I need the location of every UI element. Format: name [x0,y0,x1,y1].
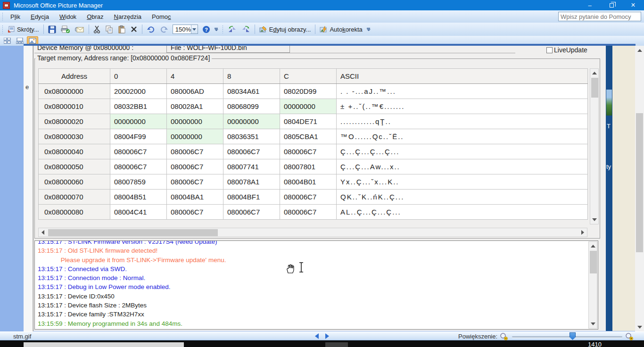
address-cell: 0x08000050 [39,159,110,174]
copy-icon [105,25,113,33]
scrollbar-thumb [591,78,598,98]
desktop-window-fragment [24,342,184,347]
hex-cell: 0805CBA1 [280,129,337,144]
zoom-level-combo[interactable]: 150% [173,25,198,34]
hex-cell: 08007741 [223,159,280,174]
toolbar-overflow-button[interactable] [367,28,371,31]
scrollbar-thumb[interactable] [636,113,643,252]
print-button[interactable] [58,25,73,34]
cut-scissors-icon [93,25,100,33]
ascii-cell: Ç...Ç...Ç...Ç... [337,144,588,159]
shortcuts-button[interactable]: Skróty... [5,25,41,34]
zoom-in-icon[interactable] [625,332,634,340]
hex-cell: 08004BF1 [223,190,280,205]
window-title: Microsoft Office Picture Manager [14,2,103,9]
delete-button[interactable] [128,25,140,34]
menu-narzedzia[interactable]: Narzędzia [109,12,147,22]
hex-cell: 080006C7 [110,159,167,174]
app-icon [3,2,10,9]
hex-cell: 00000000 [223,114,280,129]
menu-pomoc[interactable]: Pomoc [147,12,176,22]
clock-fragment: 1410 [588,341,602,347]
help-question-input[interactable] [559,12,644,21]
menu-widok[interactable]: Widok [54,12,82,22]
ascii-cell: ™O......Qc..ˇË.. [337,129,588,144]
hex-cell: 00000000 [167,114,223,129]
menu-plik[interactable]: Plik [5,12,25,22]
ascii-cell: ............qŢ.. [337,114,588,129]
scroll-down-icon [591,322,595,325]
send-mail-button[interactable] [73,25,87,34]
undo-button[interactable] [144,25,157,34]
picture-canvas[interactable]: Device Memory @ 0x08000000 : File : WOLF… [33,46,606,331]
table-row: 0x0800006008007859080006C7080078A108004B… [39,174,588,190]
zoom-dropdown-button[interactable] [191,25,198,33]
minimize-button[interactable]: – [579,0,601,10]
mail-attach-icon [75,25,84,33]
menu-edycja[interactable]: Edycja [25,12,54,22]
table-row: 0x0800007008004B5108004BA108004BF1080006… [39,190,588,205]
scroll-up-icon [592,72,597,74]
help-question-box[interactable] [558,12,641,21]
paste-button[interactable] [116,25,128,34]
svg-text:?: ? [205,26,208,32]
log-line: 13:15:17 : Connected via SWD. [38,264,226,273]
restore-button[interactable] [601,0,622,10]
picture-desktop-bg [612,46,635,331]
rotate-left-icon [228,25,237,33]
scroll-right-icon [581,230,584,235]
previous-picture-button[interactable] [315,333,319,339]
filmstrip-view-icon [16,38,24,44]
hex-cell: 08004C41 [110,205,167,220]
toolbar-overflow-button[interactable] [215,28,218,31]
desktop-strip: 1410 [0,340,644,347]
autocorrect-button[interactable]: Autokorekta [317,25,364,34]
rotate-right-button[interactable] [239,25,253,34]
hex-cell: 080006C7 [280,205,337,220]
ascii-cell: Yx..Ç...ˇx...K.. [337,174,588,190]
hex-cell: 080006C7 [223,144,280,159]
thumbnails-view-button[interactable] [1,36,13,45]
log-line: 13:15:17 : ST-LINK Firmware version : V2… [38,240,226,246]
help-button[interactable]: ? [200,25,213,34]
zoom-slider-thumb[interactable] [570,332,576,340]
hex-cell: 080006C7 [223,205,280,220]
rotate-left-button[interactable] [225,25,239,34]
save-button[interactable] [46,25,58,34]
zoom-slider-track[interactable] [512,336,622,338]
column-header: 8 [223,69,280,84]
toolbar-grip [2,25,3,33]
table-row: 0x08000040080006C7080006C7080006C7080006… [39,144,588,159]
paste-clipboard-icon [118,25,125,33]
column-header: 0 [110,69,167,84]
tabs-rule [34,53,515,53]
copy-button[interactable] [103,25,116,34]
chevron-down-icon [367,29,371,31]
close-button[interactable]: × [622,0,644,10]
table-vscrollbar [590,68,599,224]
log-lines: 13:15:17 : ST-LINK Firmware version : V2… [38,240,226,328]
hex-cell: 00000000 [280,99,337,114]
app-vscrollbar[interactable] [635,46,644,331]
cut-button[interactable] [91,25,103,34]
address-cell: 0x08000020 [39,114,110,129]
hex-cell: 080078A1 [223,174,280,190]
address-cell: 0x08000000 [39,84,110,99]
next-picture-button[interactable] [325,333,329,339]
zoom-out-icon[interactable] [500,332,508,340]
hex-cell: 00000000 [110,114,167,129]
file-tab: File : WOLF-WF-100D.bin [166,46,290,53]
scrollbar-thumb [590,251,597,273]
log-line: 13:15:17 : Device ID:0x450 [38,292,226,301]
log-line: 13:15:17 : Device family :STM32H7xx [38,310,226,319]
help-icon: ? [202,25,210,33]
table-row: 0x0800008008004C41080006C7080006C7080006… [39,205,588,220]
hex-cell: 20002000 [110,84,167,99]
edit-pictures-button[interactable]: Edytuj obrazy... [257,25,314,34]
restore-icon [610,3,614,8]
redo-button[interactable] [157,25,171,34]
hex-cell: 080006C7 [167,174,223,190]
hex-cell: 080006C7 [167,205,223,220]
menu-obraz[interactable]: Obraz [82,12,108,22]
checkbox-icon [546,47,553,53]
